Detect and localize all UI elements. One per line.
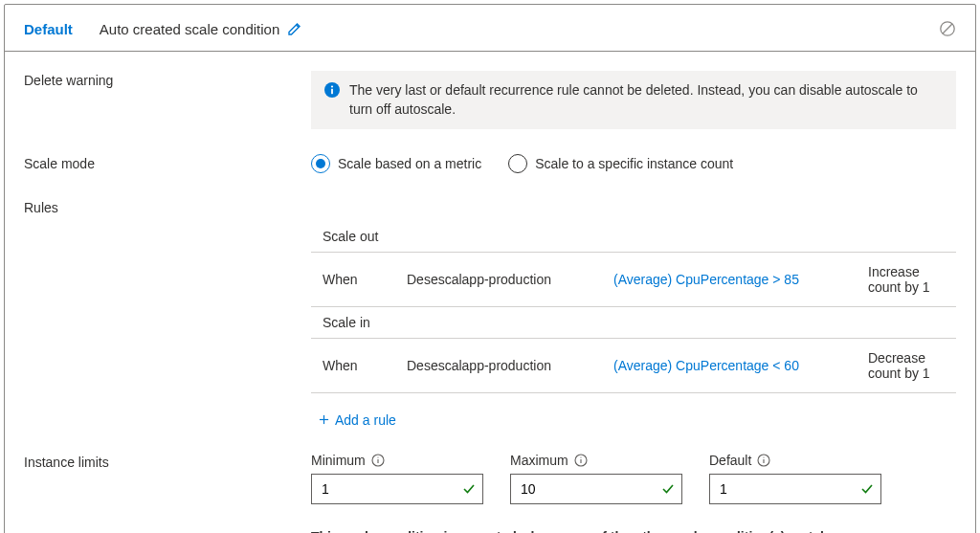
radio-label: Scale based on a metric bbox=[338, 156, 481, 171]
default-label: Default bbox=[709, 453, 751, 468]
row-instance-limits: Instance limits Minimum bbox=[24, 453, 956, 504]
row-delete-warning: Delete warning The very last or default … bbox=[24, 71, 956, 129]
row-rules: Rules Scale out When Desescalapp-product… bbox=[24, 198, 956, 429]
svg-point-12 bbox=[580, 456, 581, 457]
minimum-label: Minimum bbox=[311, 453, 366, 468]
rule-action: Increase count by 1 bbox=[868, 264, 945, 295]
radio-icon bbox=[508, 154, 527, 173]
add-rule-button[interactable]: Add a rule bbox=[319, 412, 396, 428]
label-rules: Rules bbox=[24, 198, 311, 215]
info-outline-icon[interactable] bbox=[371, 454, 385, 467]
row-schedule: Schedule This scale condition is execute… bbox=[24, 529, 956, 533]
radio-label: Scale to a specific instance count bbox=[535, 156, 733, 171]
info-outline-icon[interactable] bbox=[574, 454, 588, 467]
default-input[interactable] bbox=[709, 474, 881, 504]
radio-icon bbox=[311, 154, 330, 173]
minimum-field: Minimum bbox=[311, 453, 483, 504]
svg-point-4 bbox=[331, 85, 333, 87]
default-field: Default bbox=[709, 453, 881, 504]
delete-warning-info: The very last or default recurrence rule… bbox=[311, 71, 956, 129]
rule-row-scalein[interactable]: When Desescalapp-production (Average) Cp… bbox=[311, 339, 956, 393]
add-rule-label: Add a rule bbox=[335, 412, 396, 428]
minimum-input[interactable] bbox=[311, 474, 483, 504]
rule-when: When bbox=[323, 272, 391, 287]
label-scale-mode: Scale mode bbox=[24, 154, 311, 171]
check-icon bbox=[860, 482, 874, 496]
delete-warning-text: The very last or default recurrence rule… bbox=[349, 80, 943, 120]
svg-line-1 bbox=[943, 24, 952, 33]
check-icon bbox=[462, 482, 476, 496]
info-outline-icon[interactable] bbox=[757, 454, 770, 467]
prohibit-icon bbox=[939, 20, 956, 37]
instance-limits-group: Minimum Maximum bbox=[311, 453, 956, 504]
maximum-field: Maximum bbox=[510, 453, 682, 504]
label-delete-warning: Delete warning bbox=[24, 71, 311, 88]
schedule-text: This scale condition is executed when no… bbox=[311, 529, 829, 533]
info-icon bbox=[324, 82, 340, 98]
maximum-input[interactable] bbox=[510, 474, 682, 504]
row-scale-mode: Scale mode Scale based on a metric Scale… bbox=[24, 154, 956, 173]
panel-header: Default Auto created scale condition bbox=[5, 5, 975, 52]
rule-criteria-link[interactable]: (Average) CpuPercentage > 85 bbox=[613, 272, 853, 287]
svg-rect-3 bbox=[331, 89, 333, 94]
rule-resource: Desescalapp-production bbox=[407, 272, 598, 287]
svg-point-9 bbox=[377, 456, 378, 457]
rule-action: Decrease count by 1 bbox=[868, 350, 945, 381]
condition-name: Auto created scale condition bbox=[100, 21, 279, 37]
rules-table: Scale out When Desescalapp-production (A… bbox=[311, 221, 956, 393]
rule-criteria-link[interactable]: (Average) CpuPercentage < 60 bbox=[613, 358, 853, 373]
rule-row-scaleout[interactable]: When Desescalapp-production (Average) Cp… bbox=[311, 253, 956, 307]
profile-name: Default bbox=[24, 21, 73, 37]
maximum-label: Maximum bbox=[510, 453, 568, 468]
pencil-icon bbox=[287, 21, 302, 36]
radio-scale-metric[interactable]: Scale based on a metric bbox=[311, 154, 481, 173]
scale-mode-radio-group: Scale based on a metric Scale to a speci… bbox=[311, 154, 956, 173]
check-icon bbox=[661, 482, 675, 496]
disable-button[interactable] bbox=[939, 20, 956, 37]
scale-condition-panel: Default Auto created scale condition Del… bbox=[4, 4, 976, 533]
rule-resource: Desescalapp-production bbox=[407, 358, 598, 373]
radio-scale-fixed[interactable]: Scale to a specific instance count bbox=[508, 154, 733, 173]
plus-icon bbox=[319, 414, 329, 425]
svg-point-15 bbox=[764, 456, 765, 457]
label-schedule: Schedule bbox=[24, 529, 311, 533]
rules-header-scaleout: Scale out bbox=[311, 221, 956, 253]
panel-body: Delete warning The very last or default … bbox=[5, 52, 975, 533]
rules-header-scalein: Scale in bbox=[311, 307, 956, 339]
edit-name-button[interactable] bbox=[287, 21, 302, 36]
rule-when: When bbox=[323, 358, 391, 373]
label-instance-limits: Instance limits bbox=[24, 453, 311, 470]
